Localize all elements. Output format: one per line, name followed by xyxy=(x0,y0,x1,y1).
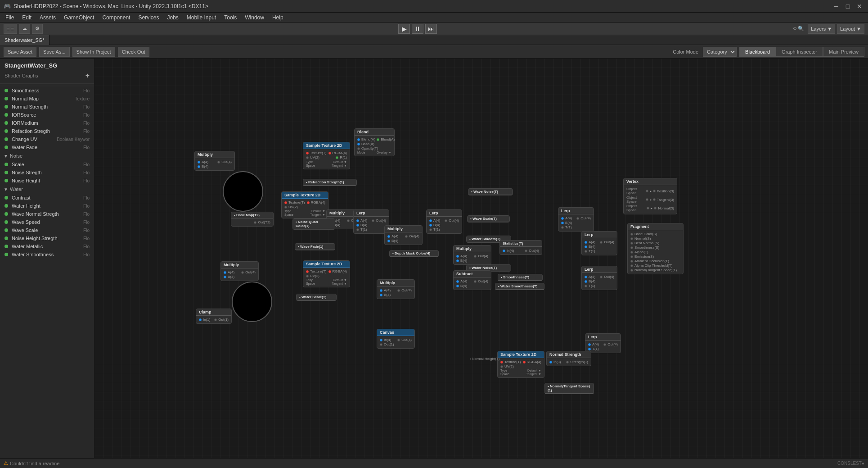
noise-section-header[interactable]: ▼ Noise xyxy=(0,151,94,160)
property-normalstrength[interactable]: Normal Strength Flo xyxy=(0,103,94,111)
toolbar-settings-btn[interactable]: ⚙ xyxy=(32,24,43,34)
play-button[interactable]: ▶ xyxy=(398,24,410,34)
water-section-header[interactable]: ▼ Water xyxy=(0,185,94,194)
node-normaltangent-result[interactable]: • Normal(Tangent Space)(1) xyxy=(544,383,594,394)
node-blend[interactable]: Blend Blend(A)Blend(A) Base(A) Opacity(T… xyxy=(354,128,395,156)
node-multiply-fr[interactable]: Multiply A(4)Out(4) B(4) xyxy=(453,245,491,265)
node-sample-tex-1[interactable]: Sample Texture 2D Texture(T)RGBA(4) UV(2… xyxy=(303,142,350,169)
node-sample-tex-4[interactable]: Sample Texture 2D Texture(T)RGBA(4) UV(2… xyxy=(497,351,544,378)
save-as-button[interactable]: Save As... xyxy=(39,47,70,57)
node-header: Lerp xyxy=(558,208,594,214)
add-property-button[interactable]: + xyxy=(85,72,90,80)
node-multiply-left[interactable]: Multiply A(4)Out(4) B(4) xyxy=(194,151,235,171)
menu-window[interactable]: Window xyxy=(241,14,268,22)
property-watersmoothness[interactable]: Water Smoothness Flo xyxy=(0,250,94,259)
node-sample-tex-2[interactable]: Sample Texture 2D Texture(T)RGBA(4) UV(2… xyxy=(281,191,328,218)
node-header: Fragment xyxy=(628,223,683,230)
node-lerp-3[interactable]: Lerp A(4)Out(4) B(4) T(1) xyxy=(558,207,594,232)
port-out xyxy=(328,152,331,154)
warning-icon: ⚠ xyxy=(4,460,8,466)
blackboard-button[interactable]: Blackboard xyxy=(739,47,776,57)
maximize-button[interactable]: □ xyxy=(843,1,853,11)
save-asset-button[interactable]: Save Asset xyxy=(4,47,36,57)
menu-tools[interactable]: Tools xyxy=(220,14,240,22)
node-basemap[interactable]: • Base Map(T2) Out(T2) xyxy=(231,212,274,227)
check-out-button[interactable]: Check Out xyxy=(118,47,149,57)
node-refraction[interactable]: • Refraction Stregth(1) xyxy=(303,179,357,186)
node-wavenoise[interactable]: • Wave Noise(T) xyxy=(468,188,513,195)
node-watersmoothness[interactable]: • Water Smoothness(T) xyxy=(495,283,544,290)
menu-services[interactable]: Services xyxy=(135,14,162,22)
property-scale[interactable]: Scale Flo xyxy=(0,160,94,168)
color-mode-select[interactable]: Category xyxy=(703,47,737,57)
node-noisequad[interactable]: • Noise Quad Color(1) xyxy=(292,218,335,230)
property-iorsource[interactable]: IORSource Flo xyxy=(0,111,94,119)
menu-gameobject[interactable]: GameObject xyxy=(60,14,98,22)
layers-dropdown[interactable]: Layers ▼ xyxy=(808,24,835,34)
menu-jobs[interactable]: Jobs xyxy=(163,14,182,22)
node-header: Multiply xyxy=(454,245,491,252)
node-fragment[interactable]: Fragment Base Color(S) Normal(S) Bent No… xyxy=(627,223,684,274)
node-wavescale-sm[interactable]: • Wave Scale(T) xyxy=(467,215,510,223)
menu-help[interactable]: Help xyxy=(269,14,287,22)
property-smoothness[interactable]: Smoothness Flo xyxy=(0,86,94,95)
node-depthmask[interactable]: • Depth Mask Color(H) xyxy=(389,250,439,257)
node-multiply-bl[interactable]: Multiply A(4)Out(4) B(4) xyxy=(220,261,259,281)
property-waterheight[interactable]: Water Height Flo xyxy=(0,202,94,210)
property-noisestregth[interactable]: Noise Stregth Flo xyxy=(0,168,94,177)
property-wavescale[interactable]: Wave Scale Flo xyxy=(0,226,94,234)
graph-canvas[interactable]: Multiply A(4)Out(4) B(4) Sample Texture … xyxy=(94,59,868,468)
pause-button[interactable]: ⏸ xyxy=(412,24,423,34)
node-multiply-rm[interactable]: Multiply A(4)Out(4) B(4) xyxy=(384,225,423,245)
port xyxy=(357,143,360,145)
main-preview-button[interactable]: Main Preview xyxy=(823,47,864,57)
node-multiply-bm[interactable]: Multiply A(4)Out(4) B(4) xyxy=(377,279,415,299)
node-smoothness[interactable]: • Smoothness(T) xyxy=(498,274,543,281)
shadergraph-tab[interactable]: Shaderwater_SG* xyxy=(0,35,49,45)
node-vertex[interactable]: Vertex Object Space▸Position(3) Object S… xyxy=(623,178,677,214)
node-sample-tex-3[interactable]: Sample Texture 2D Texture(T)RGBA(4) UV(2… xyxy=(303,260,350,287)
node-clamp[interactable]: Clamp In(1)Out(1) xyxy=(196,309,232,324)
show-in-project-button[interactable]: Show In Project xyxy=(72,47,115,57)
node-subtract[interactable]: Subtract A(4)Out(4) B(4) xyxy=(453,270,491,290)
property-wavenormal[interactable]: Wave Normal Stregth Flo xyxy=(0,210,94,218)
node-lerp-4[interactable]: Lerp A(4)Out(4) B(4) T(1) xyxy=(581,266,617,290)
node-body: In(4)Out(4) Out(1) xyxy=(377,336,414,348)
node-canvas[interactable]: Canvas In(4)Out(4) Out(1) xyxy=(377,329,415,349)
property-noiseheightstregth[interactable]: Noise Height Stregth Flo xyxy=(0,234,94,242)
property-wavespeed[interactable]: Wave Speed Flo xyxy=(0,218,94,226)
node-statistics[interactable]: Statistics(T) In(4)Out(4) xyxy=(499,240,542,255)
menu-edit[interactable]: Edit xyxy=(18,14,35,22)
node-header: • Wave Fade(1) xyxy=(295,244,335,250)
property-normalmap[interactable]: Normal Map Texture xyxy=(0,95,94,103)
node-body: A(4)Out(4) B(4) T(1) xyxy=(427,217,462,233)
menu-component[interactable]: Component xyxy=(99,14,134,22)
port-out xyxy=(474,280,477,283)
layout-dropdown[interactable]: Layout ▼ xyxy=(837,24,864,34)
property-changeuv[interactable]: Change UV Boolean Keywor xyxy=(0,135,94,143)
property-waterfade[interactable]: Water Fade Flo xyxy=(0,143,94,151)
property-refaction[interactable]: Refaction Stregth Flo xyxy=(0,127,94,135)
graph-inspector-button[interactable]: Graph Inspector xyxy=(776,47,823,57)
unity-toolbar: ≡ ≡ ☁ ⚙ ▶ ⏸ ⏭ ⟲ 🔍 Layers ▼ Layout ▼ xyxy=(0,23,868,35)
property-watermetallic[interactable]: Water Metallic Flo xyxy=(0,242,94,250)
menu-mobileinput[interactable]: Mobile Input xyxy=(183,14,220,22)
node-lerp-6[interactable]: Lerp A(4)Out(4) B(4) T(1) xyxy=(581,231,617,255)
node-lerp-5[interactable]: Lerp A(4)Out(4) T(1) xyxy=(585,333,621,353)
node-lerp-2[interactable]: Lerp A(4)Out(4) B(4) T(1) xyxy=(426,209,462,234)
menu-file[interactable]: File xyxy=(2,14,18,22)
toolbar-cloud-btn[interactable]: ☁ xyxy=(19,24,30,34)
property-contrast[interactable]: Contrast Flo xyxy=(0,194,94,202)
menu-assets[interactable]: Assets xyxy=(36,14,59,22)
node-lerp-1[interactable]: Lerp A(4)Out(4) B(4) T(1) xyxy=(353,209,389,234)
node-header: Lerp xyxy=(582,232,617,238)
minimize-button[interactable]: ─ xyxy=(831,1,841,11)
step-button[interactable]: ⏭ xyxy=(425,24,437,34)
node-wavefade[interactable]: • Wave Fade(1) xyxy=(295,243,335,250)
property-iormedium[interactable]: IORMedium Flo xyxy=(0,119,94,127)
node-waterscale[interactable]: • Water Scale(T) xyxy=(296,294,337,301)
property-noiseheight[interactable]: Noise Height Flo xyxy=(0,177,94,185)
close-button[interactable]: ✕ xyxy=(855,1,864,11)
toolbar-menu-btn[interactable]: ≡ ≡ xyxy=(4,24,17,34)
node-normalstrength[interactable]: Normal Strength In(3)Strength(1) xyxy=(546,351,591,366)
